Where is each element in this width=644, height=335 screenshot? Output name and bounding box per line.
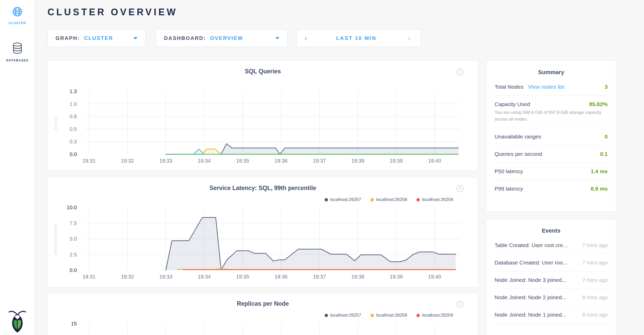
page-title: CLUSTER OVERVIEW — [47, 7, 177, 18]
svg-text:19:35: 19:35 — [236, 158, 249, 164]
svg-text:19:39: 19:39 — [390, 274, 403, 280]
cockroachdb-logo[interactable] — [0, 308, 35, 335]
events-panel: Events Table Created: User root cre...7 … — [486, 219, 616, 335]
time-range-prev-button[interactable]: ‹ — [297, 30, 315, 47]
svg-text:19:31: 19:31 — [83, 158, 95, 164]
service-latency-plot[interactable]: 10.07.55.02.50.019:3119:3219:3319:3419:3… — [48, 177, 478, 288]
svg-text:19:40: 19:40 — [428, 274, 441, 280]
event-row[interactable]: Node Joined: Node 3 joined...7 mins ago — [495, 271, 608, 289]
view-nodes-link[interactable]: View nodes list — [528, 84, 564, 90]
event-text: Node Joined: Node 1 joined... — [495, 312, 566, 318]
event-time: 8 mins ago — [579, 312, 608, 318]
time-range-next-button[interactable]: › — [398, 30, 421, 47]
svg-text:19:34: 19:34 — [198, 158, 211, 164]
chevron-left-icon: ‹ — [305, 34, 307, 42]
dashboard-dropdown[interactable]: DASHBOARD: OVERVIEW — [156, 29, 287, 47]
svg-text:10.0: 10.0 — [67, 205, 77, 210]
summary-value: 8.9 ms — [591, 186, 608, 192]
summary-rows: Total NodesView nodes list3Capacity Used… — [495, 78, 608, 197]
event-time: 7 mins ago — [579, 277, 608, 283]
summary-row: Unavailable ranges0 — [495, 128, 608, 145]
summary-panel: Summary Total NodesView nodes list3Capac… — [486, 60, 616, 212]
time-range-selector: ‹ LAST 10 MIN › — [297, 29, 421, 47]
svg-text:19:38: 19:38 — [351, 158, 364, 164]
summary-title: Summary — [495, 69, 608, 76]
svg-text:1.3: 1.3 — [70, 88, 77, 94]
summary-subtext: You are using 598.9 GiB of 697.9 GiB sto… — [495, 109, 607, 122]
svg-text:19:33: 19:33 — [159, 274, 172, 280]
chevron-right-icon: › — [408, 34, 410, 42]
svg-text:7.5: 7.5 — [70, 220, 77, 226]
summary-row: Total NodesView nodes list3 — [495, 78, 608, 95]
time-range-button[interactable]: LAST 10 MIN — [315, 30, 398, 47]
graph-dropdown-value: CLUSTER — [84, 35, 113, 41]
svg-text:19:40: 19:40 — [428, 158, 441, 164]
svg-text:19:35: 19:35 — [236, 274, 249, 280]
replicas-per-node-plot[interactable]: 151019:3119:3219:3319:3419:3519:3619:371… — [48, 293, 478, 335]
svg-text:19:34: 19:34 — [198, 274, 211, 280]
sidebar-item-label: CLUSTER — [0, 21, 35, 25]
event-text: Node Joined: Node 3 joined... — [495, 277, 566, 283]
svg-text:0.3: 0.3 — [70, 139, 77, 144]
summary-row: P50 latency1.4 ms — [495, 163, 608, 180]
summary-label: P99 latency — [495, 186, 523, 192]
sql-queries-plot[interactable]: 1.31.00.80.50.30.019:3119:3219:3319:3419… — [48, 61, 478, 171]
dashboard-dropdown-value: OVERVIEW — [210, 35, 243, 41]
svg-text:19:39: 19:39 — [390, 158, 403, 164]
svg-text:19:32: 19:32 — [121, 274, 134, 280]
sidebar-item-cluster[interactable]: CLUSTER — [0, 6, 35, 25]
chart-card-service-latency: Service Latency: SQL, 99th percentile ! … — [47, 177, 478, 287]
summary-value: 3 — [605, 84, 608, 90]
graph-dropdown[interactable]: GRAPH: CLUSTER — [47, 29, 146, 47]
svg-text:15: 15 — [71, 321, 77, 326]
svg-text:2.5: 2.5 — [70, 252, 77, 257]
svg-text:1.0: 1.0 — [70, 101, 77, 107]
event-row[interactable]: Table Created: User root cre...7 mins ag… — [495, 237, 608, 254]
summary-value: 0 — [605, 134, 608, 140]
event-text: Table Created: User root cre... — [495, 242, 567, 248]
summary-value: 1.4 ms — [591, 168, 608, 175]
svg-text:19:33: 19:33 — [159, 158, 172, 164]
sidebar-item-databases[interactable]: DATABASES — [0, 42, 35, 62]
svg-text:19:37: 19:37 — [313, 274, 326, 280]
svg-text:milliseconds: milliseconds — [53, 223, 58, 255]
svg-text:5.0: 5.0 — [70, 236, 77, 242]
summary-label: Capacity Used — [495, 101, 530, 107]
svg-text:19:36: 19:36 — [275, 158, 287, 164]
sidebar-item-label: DATABASES — [0, 59, 35, 62]
summary-label: Unavailable ranges — [495, 134, 541, 140]
sidebar: CLUSTER DATABASES — [0, 0, 35, 335]
svg-text:count: count — [53, 116, 58, 130]
chevron-down-icon — [275, 37, 279, 39]
event-row[interactable]: Node Joined: Node 2 joined...8 mins ago — [495, 289, 608, 306]
svg-text:19:38: 19:38 — [351, 274, 364, 280]
svg-text:0.5: 0.5 — [70, 126, 77, 132]
graph-dropdown-label: GRAPH: — [56, 35, 80, 41]
summary-value: 0.1 — [600, 151, 608, 157]
event-text: Node Joined: Node 2 joined... — [495, 294, 566, 301]
cluster-globe-icon — [11, 6, 23, 18]
cockroachdb-bug-icon — [7, 308, 28, 335]
dashboard-dropdown-label: DASHBOARD: — [164, 35, 206, 41]
event-time: 7 mins ago — [579, 260, 608, 266]
svg-text:19:32: 19:32 — [121, 158, 134, 164]
chart-card-sql-queries: SQL Queries ! 1.31.00.80.50.30.019:3119:… — [47, 60, 478, 171]
summary-label: Queries per second — [495, 151, 542, 157]
event-rows: Table Created: User root cre...7 mins ag… — [495, 237, 608, 324]
event-text: Database Created: User roo... — [495, 260, 567, 266]
events-title: Events — [495, 227, 608, 234]
summary-row: Capacity Used85.82%You are using 598.9 G… — [495, 95, 608, 128]
svg-text:19:31: 19:31 — [83, 274, 95, 280]
svg-text:0.0: 0.0 — [70, 151, 77, 157]
event-time: 8 mins ago — [579, 295, 608, 301]
summary-row: P99 latency8.9 ms — [495, 180, 608, 197]
svg-text:19:37: 19:37 — [313, 158, 326, 164]
summary-label: P50 latency — [495, 168, 523, 175]
svg-text:0.0: 0.0 — [70, 267, 77, 273]
svg-text:0.8: 0.8 — [70, 114, 77, 119]
event-row[interactable]: Database Created: User roo...7 mins ago — [495, 254, 608, 271]
event-row[interactable]: Node Joined: Node 1 joined...8 mins ago — [495, 306, 608, 324]
chart-card-replicas-per-node: Replicas per Node ! localhost:26257local… — [47, 293, 478, 335]
summary-value: 85.82% — [589, 101, 608, 107]
summary-row: Queries per second0.1 — [495, 145, 608, 163]
